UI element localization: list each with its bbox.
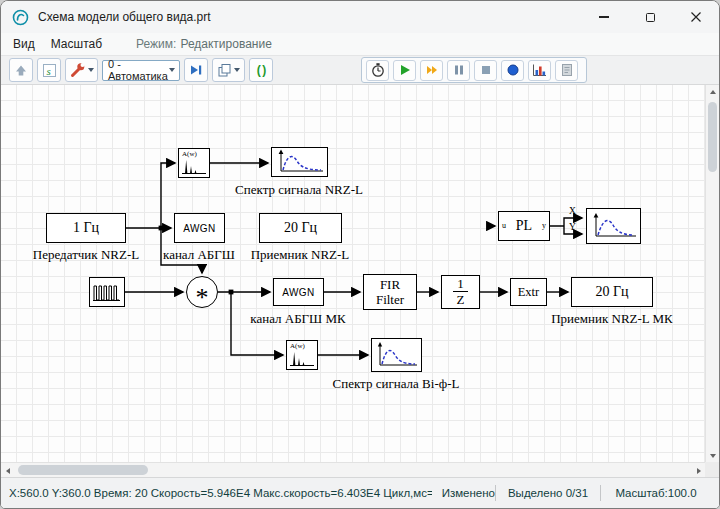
- horizontal-scrollbar[interactable]: [1, 462, 705, 477]
- windows-button[interactable]: [212, 58, 245, 82]
- menu-scale[interactable]: Масштаб: [43, 37, 110, 51]
- run-button[interactable]: [393, 60, 416, 81]
- pulse-train-icon: [92, 281, 122, 303]
- window-controls: [581, 1, 719, 33]
- script-button[interactable]: s: [37, 58, 61, 82]
- vertical-scrollbar[interactable]: [705, 85, 719, 462]
- close-icon: [690, 11, 702, 23]
- caption-spectrum-2: Спектр сигнала Bi-ф-L: [321, 376, 471, 392]
- block-transmitter-label: 1 Гц: [73, 220, 99, 236]
- caption-spectrum-1: Спектр сигнала NRZ-L: [224, 182, 374, 198]
- analyzer-label: A(w): [290, 342, 305, 350]
- scroll-down-button[interactable]: [706, 449, 719, 462]
- triangle-down-icon: [710, 454, 716, 458]
- menu-bar: Вид Масштаб Режим: Редактирование: [1, 33, 719, 55]
- scrollbar-corner: [705, 462, 719, 477]
- scope-plot-icon: [274, 149, 325, 175]
- xy-port-y-label: Y: [569, 222, 576, 232]
- block-transmitter[interactable]: 1 Гц: [46, 213, 126, 243]
- caption-receiver-2: Приемник NRZ-L МК: [537, 311, 687, 327]
- fast-run-button[interactable]: [420, 60, 443, 81]
- block-awgn-1[interactable]: AWGN: [174, 213, 225, 243]
- triangle-up-icon: [710, 90, 716, 94]
- block-extrapolator[interactable]: Extr: [510, 278, 547, 306]
- block-spectrum-analyzer-1[interactable]: A(w): [178, 148, 210, 178]
- minimize-icon: [599, 16, 609, 18]
- refresh-button[interactable]: ( ): [249, 58, 273, 82]
- block-awgn-2[interactable]: AWGN: [273, 278, 324, 306]
- mode-combobox[interactable]: 0 - Автоматика: [102, 60, 180, 81]
- horizontal-scroll-thumb[interactable]: [18, 465, 148, 475]
- chevron-down-icon: [234, 68, 240, 72]
- schematic-canvas[interactable]: A(w) Спектр сигнала NRZ-L 1 Гц Передатчи…: [1, 85, 705, 462]
- wire-junction: [159, 226, 164, 231]
- block-spectrum-analyzer-2[interactable]: A(w): [286, 340, 318, 370]
- block-extrapolator-label: Extr: [518, 285, 540, 300]
- pl-output-port-label: y: [542, 221, 546, 230]
- block-pl[interactable]: u PL y: [498, 211, 550, 241]
- window-title: Схема модели общего вида.prt: [38, 10, 211, 24]
- caption-receiver-1: Приемник NRZ-L: [225, 247, 375, 263]
- block-fir-filter[interactable]: FIR Filter: [363, 274, 417, 310]
- block-delay[interactable]: 1 Z: [441, 275, 480, 309]
- skip-to-end-icon: [189, 63, 203, 77]
- scope-plot-icon: [589, 211, 638, 241]
- xy-port-x-label: X: [569, 206, 576, 216]
- spectrum-peaks-icon: [181, 158, 207, 175]
- vertical-scroll-thumb[interactable]: [708, 102, 717, 172]
- block-spectrum-display-1[interactable]: [271, 147, 328, 177]
- scroll-up-button[interactable]: [706, 85, 719, 98]
- settings-wrench-button[interactable]: [65, 58, 98, 82]
- block-awgn-1-label: AWGN: [183, 223, 215, 234]
- wrench-icon: [70, 62, 86, 78]
- stop-button[interactable]: [474, 60, 497, 81]
- scope-plot-icon: [374, 341, 419, 369]
- multiplier-symbol: *: [196, 285, 209, 311]
- status-zoom: Масштаб:100.0: [601, 487, 711, 499]
- block-awgn-2-label: AWGN: [282, 287, 314, 298]
- status-selected: Выделено 0/31: [496, 487, 600, 499]
- caption-awgn-2: канал АБГШ МК: [223, 311, 373, 327]
- chevron-down-icon: [88, 68, 94, 72]
- menu-view[interactable]: Вид: [5, 37, 43, 51]
- stop-icon: [479, 63, 493, 77]
- fir-label-line1: FIR: [380, 277, 400, 292]
- spectrum-peaks-icon: [289, 350, 315, 367]
- report-icon: [560, 63, 574, 77]
- fast-run-icon: [425, 63, 439, 77]
- scroll-left-button[interactable]: [1, 464, 14, 477]
- block-receiver-1-label: 20 Гц: [284, 220, 317, 236]
- delay-numerator: 1: [453, 277, 468, 292]
- goto-button[interactable]: [184, 58, 208, 82]
- pl-input-port-label: u: [502, 221, 506, 230]
- block-pulse-generator[interactable]: [89, 277, 125, 307]
- block-multiplier[interactable]: *: [186, 276, 218, 308]
- maximize-button[interactable]: [627, 1, 673, 33]
- block-xy-spectrum-display[interactable]: [586, 208, 641, 244]
- report-button[interactable]: [555, 60, 578, 81]
- record-icon: [506, 63, 520, 77]
- stopwatch-icon: [370, 62, 386, 78]
- maximize-icon: [646, 13, 655, 22]
- status-info: X:560.0 Y:360.0 Время: 20 Скорость=5.946…: [9, 487, 432, 499]
- svg-text:s: s: [46, 64, 50, 76]
- connection-wires: [1, 85, 705, 462]
- chevron-down-icon: [169, 68, 175, 72]
- triangle-right-icon: [697, 468, 701, 474]
- stopwatch-button[interactable]: [366, 60, 389, 81]
- close-button[interactable]: [673, 1, 719, 33]
- block-spectrum-display-2[interactable]: [371, 338, 422, 372]
- charts-button[interactable]: [528, 60, 551, 81]
- delay-denominator: Z: [457, 292, 465, 307]
- charts-icon: [532, 63, 547, 77]
- minimize-button[interactable]: [581, 1, 627, 33]
- pause-button[interactable]: [447, 60, 470, 81]
- app-window: Схема модели общего вида.prt Вид Масштаб…: [0, 0, 720, 509]
- record-button[interactable]: [501, 60, 524, 81]
- block-receiver-1[interactable]: 20 Гц: [259, 213, 342, 243]
- pause-icon: [452, 63, 466, 77]
- up-button[interactable]: [9, 58, 33, 82]
- block-receiver-2[interactable]: 20 Гц: [571, 277, 653, 307]
- scroll-right-button[interactable]: [692, 464, 705, 477]
- status-bar: X:560.0 Y:360.0 Время: 20 Скорость=5.946…: [1, 477, 719, 508]
